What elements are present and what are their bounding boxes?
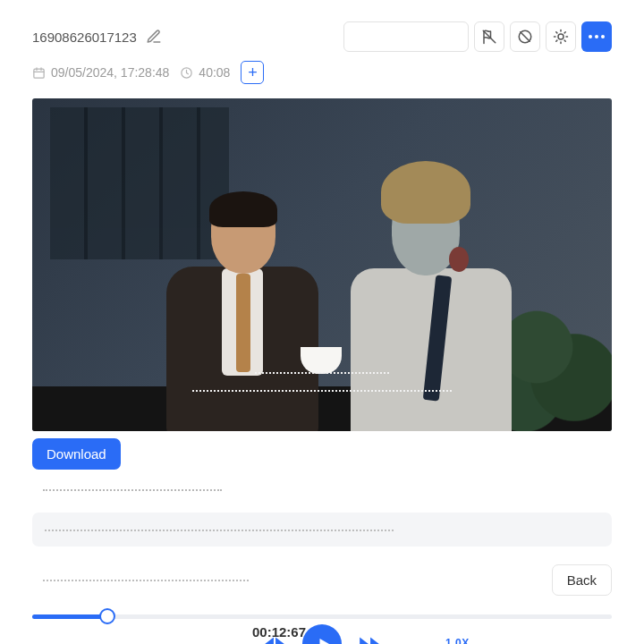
svg-line-11 bbox=[564, 32, 565, 33]
add-tag-button[interactable]: + bbox=[241, 61, 264, 84]
duration-text: 40:08 bbox=[199, 65, 230, 80]
search-box[interactable] bbox=[343, 21, 469, 52]
svg-line-8 bbox=[556, 32, 557, 33]
more-menu-button[interactable] bbox=[581, 21, 612, 52]
transcript-line-2 bbox=[43, 580, 249, 581]
svg-line-0 bbox=[483, 30, 496, 43]
edit-title-icon[interactable] bbox=[146, 29, 162, 45]
transcript-line-1 bbox=[43, 489, 222, 491]
date-text: 09/05/2024, 17:28:48 bbox=[51, 65, 169, 80]
duration-meta: 40:08 bbox=[180, 65, 230, 80]
playback-speed[interactable]: 1.0X bbox=[445, 637, 470, 644]
svg-line-10 bbox=[556, 40, 557, 41]
svg-line-9 bbox=[564, 40, 565, 41]
date-meta: 09/05/2024, 17:28:48 bbox=[32, 65, 169, 80]
flag-off-icon[interactable] bbox=[474, 21, 504, 52]
transcript-highlight-box[interactable] bbox=[32, 513, 612, 547]
video-frame[interactable] bbox=[32, 98, 612, 431]
subtitle-line-2 bbox=[192, 390, 452, 392]
top-toolbar bbox=[343, 21, 612, 52]
back-button[interactable]: Back bbox=[552, 564, 612, 596]
rewind-button[interactable] bbox=[263, 632, 286, 644]
play-button[interactable] bbox=[302, 624, 342, 644]
disable-icon[interactable] bbox=[510, 21, 540, 52]
forward-button[interactable] bbox=[358, 632, 381, 644]
svg-line-2 bbox=[521, 32, 530, 42]
download-button[interactable]: Download bbox=[32, 438, 121, 470]
meta-row: 09/05/2024, 17:28:48 40:08 + bbox=[32, 61, 612, 84]
svg-point-3 bbox=[558, 34, 564, 39]
subtitle-line-1 bbox=[255, 372, 389, 374]
svg-rect-12 bbox=[34, 69, 44, 78]
recording-title: 16908626017123 bbox=[32, 30, 137, 45]
brightness-icon[interactable] bbox=[546, 21, 576, 52]
progress-bar[interactable] bbox=[32, 608, 612, 624]
